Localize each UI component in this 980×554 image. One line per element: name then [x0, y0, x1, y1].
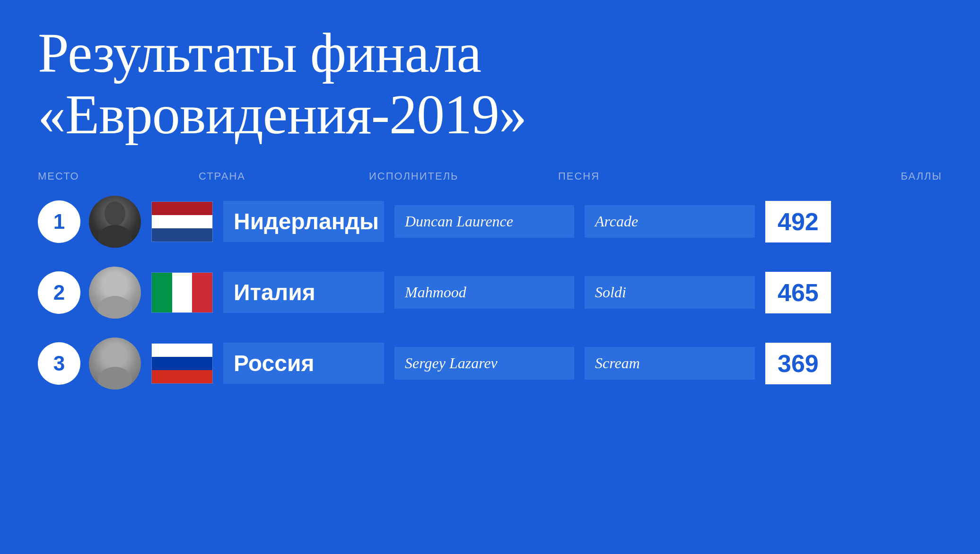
country-box-2: Италия — [223, 272, 384, 313]
flag-italy — [151, 272, 213, 313]
country-name-2: Италия — [234, 280, 315, 305]
performer-name-1: Duncan Laurence — [405, 213, 513, 230]
rank-badge-3: 3 — [38, 342, 80, 385]
country-name-3: Россия — [234, 351, 314, 376]
score-box-2: 465 — [765, 272, 831, 313]
song-box-2: Soldi — [585, 276, 755, 309]
svg-point-2 — [105, 272, 125, 297]
song-name-2: Soldi — [595, 284, 626, 301]
result-row-2: 2 Италия Mahmood Soldi 465 — [0, 258, 980, 327]
performer-name-3: Sergey Lazarev — [405, 355, 498, 372]
rank-badge-1: 1 — [38, 200, 80, 243]
result-row-1: 1 Нидерланды Duncan Laurence Arcade 492 — [0, 187, 980, 256]
page-title: Результаты финала «Евровидения-2019» — [0, 0, 980, 146]
header-bally: БАЛЛЫ — [738, 170, 942, 182]
artist-photo-3 — [89, 338, 141, 390]
svg-point-3 — [98, 296, 132, 319]
score-value-2: 465 — [778, 279, 819, 306]
song-box-3: Scream — [585, 347, 755, 380]
flag-russia — [151, 343, 213, 384]
header-pesnya: ПЕСНЯ — [558, 170, 738, 182]
result-row-3: 3 Россия Sergey Lazarev Scream 369 — [0, 329, 980, 398]
svg-point-4 — [105, 343, 125, 368]
performer-name-2: Mahmood — [405, 284, 466, 301]
performer-box-1: Duncan Laurence — [394, 205, 574, 238]
rank-badge-2: 2 — [38, 271, 80, 314]
header-strana: СТРАНА — [199, 170, 369, 182]
table-header: МЕСТО СТРАНА ИСПОЛНИТЕЛЬ ПЕСНЯ БАЛЛЫ — [0, 155, 980, 187]
header-mesto: МЕСТО — [38, 170, 132, 182]
song-box-1: Arcade — [585, 205, 755, 238]
song-name-1: Arcade — [595, 213, 638, 230]
country-box-3: Россия — [223, 343, 384, 384]
score-box-1: 492 — [765, 201, 831, 242]
performer-box-2: Mahmood — [394, 276, 574, 309]
artist-photo-2 — [89, 267, 141, 319]
score-value-1: 492 — [778, 208, 819, 235]
svg-point-5 — [98, 367, 132, 390]
header-ispolnitel: ИСПОЛНИТЕЛЬ — [369, 170, 558, 182]
country-name-1: Нидерланды — [234, 209, 379, 234]
score-value-3: 369 — [778, 350, 819, 377]
song-name-3: Scream — [595, 355, 640, 372]
score-box-3: 369 — [765, 343, 831, 384]
svg-point-0 — [105, 201, 125, 226]
artist-photo-1 — [89, 196, 141, 248]
country-box-1: Нидерланды — [223, 201, 384, 242]
svg-point-1 — [98, 225, 132, 248]
flag-netherlands — [151, 201, 213, 242]
performer-box-3: Sergey Lazarev — [394, 347, 574, 380]
